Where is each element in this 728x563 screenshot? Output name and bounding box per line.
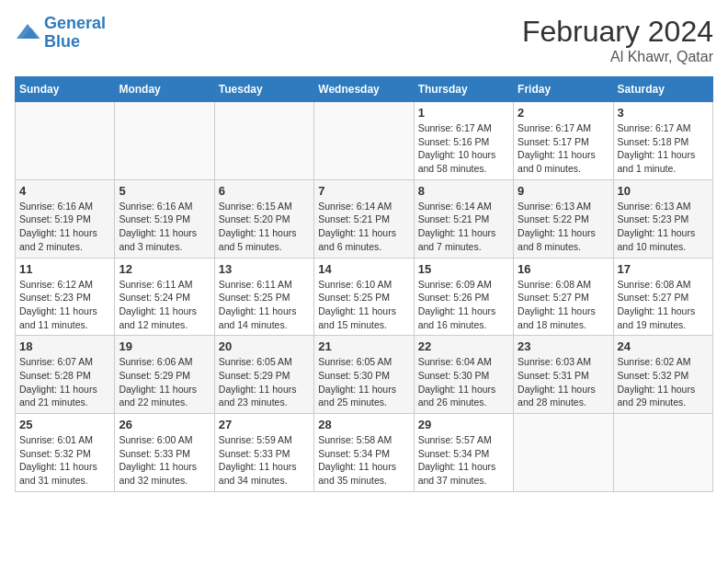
day-number: 26 (119, 418, 210, 431)
day-info: Sunrise: 6:08 AM Sunset: 5:27 PM Dayligh… (618, 278, 709, 332)
day-info: Sunrise: 5:57 AM Sunset: 5:34 PM Dayligh… (418, 433, 509, 488)
day-number: 24 (618, 339, 709, 353)
calendar-cell (115, 102, 214, 180)
day-number: 8 (418, 184, 509, 198)
calendar-cell: 19Sunrise: 6:06 AM Sunset: 5:29 PM Dayli… (115, 336, 214, 414)
day-info: Sunrise: 6:02 AM Sunset: 5:32 PM Dayligh… (618, 355, 709, 409)
calendar-cell: 6Sunrise: 6:15 AM Sunset: 5:20 PM Daylig… (214, 179, 313, 258)
calendar-cell: 8Sunrise: 6:14 AM Sunset: 5:21 PM Daylig… (414, 179, 513, 258)
calendar-week-2: 4Sunrise: 6:16 AM Sunset: 5:19 PM Daylig… (16, 179, 713, 258)
day-info: Sunrise: 5:59 AM Sunset: 5:33 PM Dayligh… (219, 433, 310, 488)
day-info: Sunrise: 6:13 AM Sunset: 5:23 PM Dayligh… (618, 200, 709, 254)
location-title: Al Khawr, Qatar (522, 49, 713, 65)
day-number: 17 (618, 262, 709, 276)
day-number: 18 (19, 339, 110, 353)
calendar-cell: 24Sunrise: 6:02 AM Sunset: 5:32 PM Dayli… (613, 336, 712, 414)
calendar-cell (514, 414, 613, 492)
day-number: 7 (318, 184, 409, 198)
calendar-cell: 26Sunrise: 6:00 AM Sunset: 5:33 PM Dayli… (115, 414, 214, 492)
day-info: Sunrise: 6:00 AM Sunset: 5:33 PM Dayligh… (119, 433, 210, 488)
day-number: 4 (19, 184, 110, 198)
day-info: Sunrise: 6:10 AM Sunset: 5:25 PM Dayligh… (318, 278, 409, 332)
calendar-header-row: SundayMondayTuesdayWednesdayThursdayFrid… (16, 77, 713, 102)
day-number: 12 (119, 262, 210, 276)
day-number: 20 (219, 339, 310, 353)
day-info: Sunrise: 6:03 AM Sunset: 5:31 PM Dayligh… (518, 355, 609, 409)
calendar-cell: 15Sunrise: 6:09 AM Sunset: 5:26 PM Dayli… (414, 258, 513, 336)
calendar-cell: 22Sunrise: 6:04 AM Sunset: 5:30 PM Dayli… (414, 336, 513, 414)
month-title: February 2024 (522, 15, 713, 49)
day-number: 28 (318, 418, 409, 431)
day-number: 21 (318, 339, 409, 353)
day-info: Sunrise: 6:17 AM Sunset: 5:18 PM Dayligh… (618, 121, 709, 176)
logo-line2: Blue (44, 32, 80, 51)
calendar-week-5: 25Sunrise: 6:01 AM Sunset: 5:32 PM Dayli… (16, 414, 713, 492)
calendar-cell: 17Sunrise: 6:08 AM Sunset: 5:27 PM Dayli… (613, 258, 712, 336)
calendar-cell: 9Sunrise: 6:13 AM Sunset: 5:22 PM Daylig… (514, 179, 613, 258)
day-number: 3 (618, 106, 709, 120)
calendar-cell (314, 102, 414, 180)
calendar-cell: 5Sunrise: 6:16 AM Sunset: 5:19 PM Daylig… (115, 179, 214, 258)
calendar-cell: 20Sunrise: 6:05 AM Sunset: 5:29 PM Dayli… (214, 336, 313, 414)
day-info: Sunrise: 6:17 AM Sunset: 5:17 PM Dayligh… (518, 121, 609, 176)
day-info: Sunrise: 5:58 AM Sunset: 5:34 PM Dayligh… (318, 433, 409, 488)
calendar-cell (16, 102, 115, 180)
calendar-cell: 21Sunrise: 6:05 AM Sunset: 5:30 PM Dayli… (314, 336, 414, 414)
weekday-header-tuesday: Tuesday (214, 77, 313, 102)
day-info: Sunrise: 6:16 AM Sunset: 5:19 PM Dayligh… (19, 200, 110, 254)
calendar-cell: 12Sunrise: 6:11 AM Sunset: 5:24 PM Dayli… (115, 258, 214, 336)
logo: General Blue (15, 15, 106, 52)
day-info: Sunrise: 6:15 AM Sunset: 5:20 PM Dayligh… (219, 200, 310, 254)
day-number: 1 (418, 106, 509, 120)
day-number: 2 (518, 106, 609, 120)
day-number: 27 (219, 418, 310, 431)
weekday-header-wednesday: Wednesday (314, 77, 414, 102)
day-info: Sunrise: 6:05 AM Sunset: 5:30 PM Dayligh… (318, 355, 409, 409)
day-info: Sunrise: 6:04 AM Sunset: 5:30 PM Dayligh… (418, 355, 509, 409)
calendar-cell: 7Sunrise: 6:14 AM Sunset: 5:21 PM Daylig… (314, 179, 414, 258)
day-info: Sunrise: 6:11 AM Sunset: 5:24 PM Dayligh… (119, 278, 210, 332)
day-info: Sunrise: 6:12 AM Sunset: 5:23 PM Dayligh… (19, 278, 110, 332)
logo-line1: General (44, 14, 106, 32)
weekday-header-thursday: Thursday (414, 77, 513, 102)
calendar-table: SundayMondayTuesdayWednesdayThursdayFrid… (15, 76, 713, 492)
day-number: 25 (19, 418, 110, 431)
day-number: 16 (518, 262, 609, 276)
weekday-header-sunday: Sunday (16, 77, 115, 102)
day-info: Sunrise: 6:05 AM Sunset: 5:29 PM Dayligh… (219, 355, 310, 409)
day-info: Sunrise: 6:16 AM Sunset: 5:19 PM Dayligh… (119, 200, 210, 254)
title-block: February 2024 Al Khawr, Qatar (522, 15, 713, 65)
calendar-cell: 1Sunrise: 6:17 AM Sunset: 5:16 PM Daylig… (414, 102, 513, 180)
day-info: Sunrise: 6:14 AM Sunset: 5:21 PM Dayligh… (318, 200, 409, 254)
logo-text: General Blue (44, 15, 106, 52)
day-number: 13 (219, 262, 310, 276)
weekday-header-saturday: Saturday (613, 77, 712, 102)
day-number: 14 (318, 262, 409, 276)
day-number: 6 (219, 184, 310, 198)
day-info: Sunrise: 6:09 AM Sunset: 5:26 PM Dayligh… (418, 278, 509, 332)
calendar-cell: 29Sunrise: 5:57 AM Sunset: 5:34 PM Dayli… (414, 414, 513, 492)
calendar-week-3: 11Sunrise: 6:12 AM Sunset: 5:23 PM Dayli… (16, 258, 713, 336)
calendar-cell: 10Sunrise: 6:13 AM Sunset: 5:23 PM Dayli… (613, 179, 712, 258)
day-info: Sunrise: 6:11 AM Sunset: 5:25 PM Dayligh… (219, 278, 310, 332)
calendar-cell (613, 414, 712, 492)
day-number: 23 (518, 339, 609, 353)
calendar-week-4: 18Sunrise: 6:07 AM Sunset: 5:28 PM Dayli… (16, 336, 713, 414)
day-number: 10 (618, 184, 709, 198)
day-number: 5 (119, 184, 210, 198)
day-info: Sunrise: 6:06 AM Sunset: 5:29 PM Dayligh… (119, 355, 210, 409)
calendar-cell: 23Sunrise: 6:03 AM Sunset: 5:31 PM Dayli… (514, 336, 613, 414)
day-info: Sunrise: 6:07 AM Sunset: 5:28 PM Dayligh… (19, 355, 110, 409)
day-info: Sunrise: 6:14 AM Sunset: 5:21 PM Dayligh… (418, 200, 509, 254)
day-number: 29 (418, 418, 509, 431)
logo-icon (15, 22, 40, 44)
weekday-header-monday: Monday (115, 77, 214, 102)
calendar-cell: 18Sunrise: 6:07 AM Sunset: 5:28 PM Dayli… (16, 336, 115, 414)
day-number: 19 (119, 339, 210, 353)
day-number: 11 (19, 262, 110, 276)
day-info: Sunrise: 6:17 AM Sunset: 5:16 PM Dayligh… (418, 121, 509, 176)
calendar-cell: 4Sunrise: 6:16 AM Sunset: 5:19 PM Daylig… (16, 179, 115, 258)
calendar-cell: 11Sunrise: 6:12 AM Sunset: 5:23 PM Dayli… (16, 258, 115, 336)
day-number: 15 (418, 262, 509, 276)
calendar-body: 1Sunrise: 6:17 AM Sunset: 5:16 PM Daylig… (16, 102, 713, 492)
